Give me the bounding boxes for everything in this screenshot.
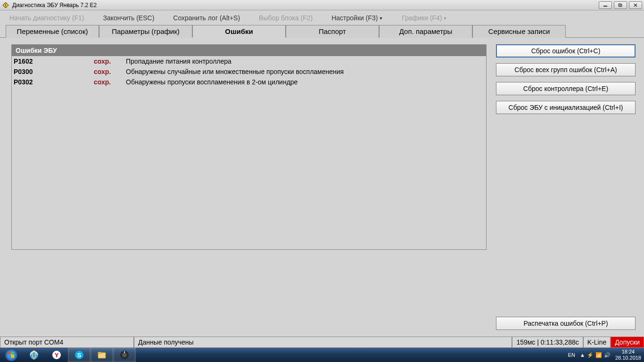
status-port: Открыт порт COM4 [0,337,134,348]
tab-variables[interactable]: Переменные (список) [6,25,99,38]
error-code: P1602 [14,58,94,65]
error-status: сохр. [94,78,126,86]
tab-params[interactable]: Параметры (график) [99,25,192,38]
tray-icons[interactable]: ▲⚡📶🔊 [579,352,611,358]
tab-passport[interactable]: Паспорт [286,25,379,38]
print-errors-button[interactable]: Распечатка ошибок (Ctrl+P) [496,317,636,330]
app-body: Начать диагностику (F1) Закончить (ESC) … [0,10,644,337]
error-row[interactable]: P0300 сохр. Обнаружены случайные или мно… [12,66,486,77]
tab-errors[interactable]: Ошибки [192,25,286,38]
menu-finish[interactable]: Закончить (ESC) [103,14,154,22]
side-buttons: Сброс ошибок (Ctrl+C) Сброс всех групп о… [496,44,636,330]
svg-rect-19 [98,352,101,354]
tab-extra[interactable]: Доп. параметры [379,25,472,38]
error-status: сохр. [94,58,126,65]
taskbar-explorer-icon[interactable] [91,348,113,362]
status-dopusk: Допуски [611,337,644,348]
reset-ecu-init-button[interactable]: Сброс ЭБУ с инициализацией (Ctrl+I) [496,101,636,114]
tray-clock[interactable]: 18:24 28.10.2018 [615,349,641,361]
maximize-button[interactable] [614,1,627,9]
error-status: сохр. [94,68,126,75]
chevron-down-icon: ▼ [443,16,447,21]
svg-text:S: S [77,352,82,359]
app-icon: ! [2,1,9,9]
menu-save-log[interactable]: Сохранить лог (Alt+S) [173,14,240,22]
error-desc: Обнаружены пропуски воспламенения в 2-ом… [126,78,484,86]
window-title: Диагностика ЭБУ Январь 7.2 E2 [11,2,599,8]
sound-icon[interactable]: 🔊 [604,352,611,358]
taskbar-skype-icon[interactable]: S [68,348,91,362]
svg-rect-10 [8,355,11,358]
taskbar-items: Y S [23,348,136,362]
tab-service[interactable]: Сервисные записи [472,25,566,38]
error-row[interactable]: P0302 сохр. Обнаружены пропуски воспламе… [12,77,486,87]
svg-rect-9 [11,352,14,354]
status-timing: 159мс | 0:11:33,288с [512,337,583,348]
svg-rect-8 [8,352,11,354]
start-button[interactable] [0,348,23,362]
minimize-button[interactable] [599,1,612,9]
svg-text:!: ! [5,3,7,8]
error-list: P1602 сохр. Пропадание питания контролле… [12,56,486,249]
tab-bar: Переменные (список) Параметры (график) О… [0,25,644,38]
error-code: P0300 [14,68,94,75]
svg-rect-11 [11,355,14,358]
taskbar-yandex-icon[interactable]: Y [45,348,68,362]
window-controls [599,1,642,9]
panel-header: Ошибки ЭБУ [12,45,486,56]
error-desc: Обнаружены случайные или множественные п… [126,68,484,75]
errors-panel: Ошибки ЭБУ P1602 сохр. Пропадание питани… [11,44,487,250]
status-msg: Данные получены [134,337,512,348]
taskbar-diag-icon[interactable] [113,348,136,362]
close-button[interactable] [629,1,642,9]
content-area: Ошибки ЭБУ P1602 сохр. Пропадание питани… [0,38,644,337]
menu-start-diag[interactable]: Начать диагностику (F1) [9,14,84,22]
tray-lang[interactable]: EN [568,352,575,358]
error-row[interactable]: P1602 сохр. Пропадание питания контролле… [12,56,486,66]
taskbar-ie-icon[interactable] [23,348,45,362]
title-bar: ! Диагностика ЭБУ Январь 7.2 E2 [0,0,644,10]
status-bar: Открыт порт COM4 Данные получены 159мс |… [0,337,644,348]
reset-controller-button[interactable]: Сброс контроллера (Ctrl+E) [496,82,636,95]
taskbar-tray: EN ▲⚡📶🔊 18:24 28.10.2018 [568,348,644,362]
svg-rect-22 [124,351,125,353]
battery-icon[interactable]: ⚡ [587,352,594,358]
svg-text:Y: Y [55,352,59,359]
svg-point-21 [122,353,127,357]
chevron-down-icon: ▼ [379,16,383,21]
status-kline: K-Line [583,337,611,348]
error-desc: Пропадание питания контроллера [126,58,484,65]
menu-charts[interactable]: Графики (F4)▼ [402,14,447,22]
error-code: P0302 [14,78,94,86]
clear-all-groups-button[interactable]: Сброс всех групп ошибок (Ctrl+A) [496,63,636,76]
network-icon[interactable]: 📶 [595,352,602,358]
menu-block-select[interactable]: Выбор блока (F2) [259,14,313,22]
flag-icon[interactable]: ▲ [580,352,585,358]
taskbar: Y S EN ▲⚡📶🔊 18:24 28.10.2018 [0,348,644,362]
menu-settings[interactable]: Настройки (F3)▼ [331,14,383,22]
menu-bar: Начать диагностику (F1) Закончить (ESC) … [0,10,644,25]
clear-errors-button[interactable]: Сброс ошибок (Ctrl+C) [496,44,636,58]
